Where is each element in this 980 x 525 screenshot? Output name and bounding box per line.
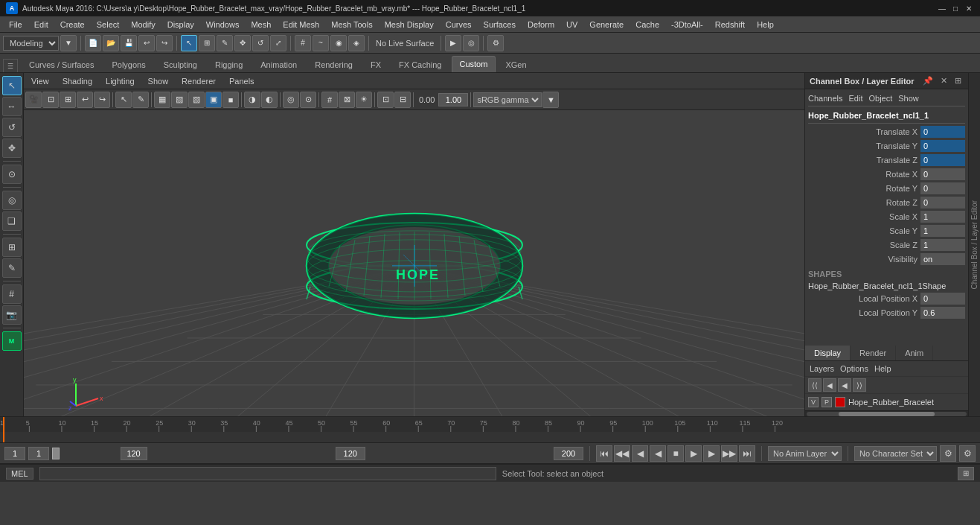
tb-move[interactable]: ✥ <box>234 35 251 51</box>
tab-rigging[interactable]: Rigging <box>207 57 251 72</box>
lt-universal[interactable]: ⊙ <box>2 165 22 184</box>
pb-play-back[interactable]: ◀ <box>650 445 666 462</box>
pb-step-forward[interactable]: ▶▶ <box>721 445 737 462</box>
tb-arrow-down[interactable]: ▼ <box>60 35 77 51</box>
menu-edit[interactable]: Edit <box>28 19 54 31</box>
tb-snap-surface[interactable]: ◈ <box>348 35 365 51</box>
tb-snap-point[interactable]: ◉ <box>330 35 347 51</box>
tab-sculpting[interactable]: Sculpting <box>156 57 205 72</box>
vt-gamma-select[interactable]: sRGB gamma <box>473 92 542 107</box>
layer-menu-help[interactable]: Help <box>874 364 891 373</box>
vt-ambient-occ[interactable]: ◐ <box>261 92 278 108</box>
tab-animation[interactable]: Animation <box>252 57 305 72</box>
layer-tab-render[interactable]: Render <box>851 346 896 360</box>
anim-end-input[interactable] <box>336 447 365 460</box>
end-frame-input[interactable] <box>121 447 147 460</box>
pb-step-back[interactable]: ◀◀ <box>614 445 630 462</box>
cb-menu-edit[interactable]: Edit <box>848 94 862 103</box>
pb-next-frame[interactable]: ▶ <box>703 445 720 462</box>
lt-move[interactable]: ↔ <box>2 97 22 116</box>
timeline[interactable] <box>0 416 980 443</box>
frame-slider-thumb[interactable] <box>52 448 60 459</box>
viewport-canvas[interactable]: HOPE x y <box>24 110 804 416</box>
lt-select[interactable]: ↖ <box>2 76 22 95</box>
menu-edit-mesh[interactable]: Edit Mesh <box>277 19 325 31</box>
menu-generate[interactable]: Generate <box>583 19 630 31</box>
vp-menu-lighting[interactable]: Lighting <box>101 75 139 87</box>
vt-select-mode[interactable]: ↖ <box>115 92 132 108</box>
tab-fx-caching[interactable]: FX Caching <box>391 57 449 72</box>
rp-pin-btn[interactable]: 📌 <box>920 76 935 86</box>
cb-rotate-x-value[interactable]: 0 <box>920 168 965 180</box>
pb-play[interactable]: ▶ <box>685 445 702 462</box>
lt-snap-grid[interactable]: # <box>2 284 22 304</box>
cb-menu-object[interactable]: Object <box>868 94 892 103</box>
menu-deform[interactable]: Deform <box>522 19 560 31</box>
maximize-button[interactable]: □ <box>950 3 961 13</box>
cb-rotate-z-value[interactable]: 0 <box>920 197 965 209</box>
attribute-editor-tab[interactable]: Channel Box / Layer Editor <box>968 73 980 416</box>
layer-color-swatch[interactable] <box>835 397 845 407</box>
minimize-button[interactable]: — <box>937 3 947 13</box>
vt-camera[interactable]: 🎥 <box>25 92 42 108</box>
vt-shadow[interactable]: ◑ <box>244 92 260 108</box>
lt-show-manip[interactable]: ❑ <box>2 211 22 231</box>
tb-rotate[interactable]: ↺ <box>252 35 269 51</box>
vt-gamma-arrow[interactable]: ▼ <box>542 92 559 108</box>
tab-xgen[interactable]: XGen <box>497 57 534 72</box>
cb-translate-y-value[interactable]: 0 <box>920 140 965 152</box>
menu-modify[interactable]: Modify <box>125 19 161 31</box>
cb-local-pos-y-value[interactable]: 0.6 <box>920 307 965 319</box>
pb-stop[interactable]: ■ <box>667 445 684 462</box>
tb-lasso[interactable]: ⊞ <box>199 35 215 51</box>
close-button[interactable]: ✕ <box>964 3 974 13</box>
vt-redo-cam[interactable]: ↪ <box>94 92 110 108</box>
layer-tab-anim[interactable]: Anim <box>896 346 933 360</box>
anim-layer-select[interactable]: No Anim Layer <box>768 446 842 461</box>
vt-isolate[interactable]: ⊙ <box>300 92 316 108</box>
cb-translate-x-value[interactable]: 0 <box>920 126 965 138</box>
tb-snap-curve[interactable]: ~ <box>313 35 329 51</box>
vp-menu-show[interactable]: Show <box>144 75 173 87</box>
vp-menu-shading[interactable]: Shading <box>58 75 97 87</box>
tb-save[interactable]: 💾 <box>121 35 137 51</box>
tab-polygons[interactable]: Polygons <box>103 57 153 72</box>
lt-soft-select[interactable]: ◎ <box>2 191 22 210</box>
tb-paint[interactable]: ✎ <box>217 35 233 51</box>
layer-menu-options[interactable]: Options <box>840 364 868 373</box>
menu-surfaces[interactable]: Surfaces <box>478 19 522 31</box>
vp-menu-view[interactable]: View <box>27 75 54 87</box>
lt-paint[interactable]: ✎ <box>2 258 22 278</box>
layer-playback-toggle[interactable]: P <box>822 397 832 407</box>
menu-mesh-display[interactable]: Mesh Display <box>379 19 440 31</box>
vp-menu-renderer[interactable]: Renderer <box>177 75 220 87</box>
vt-hud[interactable]: ⊠ <box>339 92 355 108</box>
vt-resolution[interactable]: ⊡ <box>377 92 394 108</box>
script-mode-label[interactable]: MEL <box>6 468 33 480</box>
menu-mesh-tools[interactable]: Mesh Tools <box>325 19 378 31</box>
cb-rotate-y-value[interactable]: 0 <box>920 182 965 194</box>
menu-mesh[interactable]: Mesh <box>245 19 277 31</box>
cb-menu-show[interactable]: Show <box>898 94 919 103</box>
start-frame-input[interactable] <box>4 447 25 460</box>
lt-maya-icon[interactable]: M <box>2 331 22 351</box>
tab-fx[interactable]: FX <box>362 57 389 72</box>
menu-redshift[interactable]: Redshift <box>709 19 751 31</box>
pb-goto-start[interactable]: ⏮ <box>596 445 612 462</box>
tb-scale[interactable]: ⤢ <box>270 35 286 51</box>
pb-prev-frame[interactable]: ◀ <box>632 445 648 462</box>
tb-render[interactable]: ▶ <box>445 35 461 51</box>
tab-curves-surfaces[interactable]: Curves / Surfaces <box>21 57 102 72</box>
menu-3dto-all[interactable]: -3DtoAll- <box>665 19 709 31</box>
vt-region[interactable]: ⊟ <box>394 92 411 108</box>
vt-fit-all[interactable]: ⊞ <box>60 92 76 108</box>
vt-wireframe[interactable]: ▦ <box>154 92 170 108</box>
vt-undo-cam[interactable]: ↩ <box>77 92 93 108</box>
vt-wireframe-on-shaded[interactable]: ▣ <box>205 92 222 108</box>
lt-scale[interactable]: ✥ <box>2 139 22 158</box>
cb-scale-y-value[interactable]: 1 <box>920 225 965 237</box>
mel-input[interactable] <box>39 467 496 480</box>
layer-tab-display[interactable]: Display <box>805 346 851 360</box>
vt-flat[interactable]: ▧ <box>188 92 205 108</box>
layer-next[interactable]: ◀ <box>838 378 851 392</box>
